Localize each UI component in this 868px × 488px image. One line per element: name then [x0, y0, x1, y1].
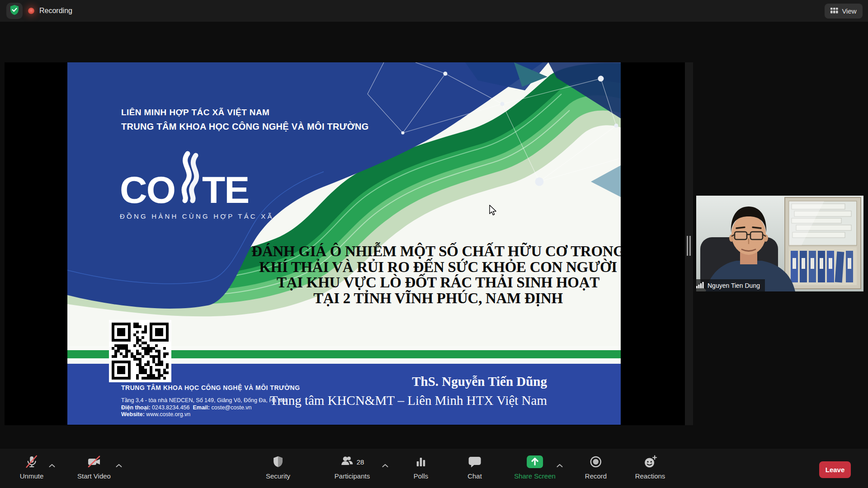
slide-author-block: ThS. Nguyễn Tiến Dũng Trung tâm KHCN&MT … — [270, 374, 547, 408]
chat-label: Chat — [467, 472, 482, 480]
share-screen-icon — [526, 454, 543, 469]
coste-flame-icon — [176, 151, 201, 205]
meeting-topbar: Recording View — [0, 0, 868, 22]
polls-label: Polls — [414, 472, 429, 480]
coste-logo-left: CO — [120, 175, 175, 205]
mouse-cursor — [488, 205, 498, 218]
slide-org-header: LIÊN MINH HỢP TÁC XÃ VIỆT NAM TRUNG TÂM … — [121, 108, 369, 132]
participant-video-frame — [693, 196, 863, 291]
participant-video-tile[interactable]: Nguyen Tien Dung — [693, 196, 863, 291]
slide-title-line: TẠI 2 TỈNH VĨNH PHÚC, NAM ĐỊNH — [239, 291, 621, 306]
video-options-chevron[interactable] — [114, 460, 124, 471]
polls-button[interactable]: Polls — [414, 454, 429, 480]
presentation-slide: LIÊN MINH HỢP TÁC XÃ VIỆT NAM TRUNG TÂM … — [67, 62, 621, 425]
panel-resize-handle[interactable] — [685, 62, 693, 425]
recording-indicator: Recording — [28, 0, 72, 22]
unmute-label: Unmute — [20, 472, 44, 480]
mic-muted-icon — [24, 454, 39, 469]
slide-title: ĐÁNH GIÁ Ô NHIỄM MỘT SỐ CHẤT HỮU CƠ TRON… — [239, 244, 621, 306]
qr-code — [109, 320, 171, 382]
view-grid-icon — [830, 7, 838, 15]
phone-label: Điện thoại: — [121, 404, 151, 411]
shared-screen: LIÊN MINH HỢP TÁC XÃ VIỆT NAM TRUNG TÂM … — [5, 62, 685, 425]
meeting-toolbar: Unmute Start Video — [0, 449, 868, 488]
org-line-2: TRUNG TÂM KHOA HỌC CÔNG NGHỆ VÀ MÔI TRƯỜ… — [121, 122, 369, 132]
unmute-button[interactable]: Unmute — [20, 454, 44, 480]
share-screen-label: Share Screen — [514, 472, 556, 480]
share-options-chevron[interactable] — [555, 460, 565, 471]
reactions-label: Reactions — [635, 472, 665, 480]
camera-muted-icon — [86, 454, 102, 469]
coste-tagline: ĐỒNG HÀNH CÙNG HỢP TÁC XÃ — [120, 212, 274, 220]
view-button-label: View — [842, 7, 856, 15]
participants-button[interactable]: 28 Participants — [335, 454, 370, 480]
author-organization: Trung tâm KHCN&MT – Liên Minh HTX Việt N… — [270, 393, 547, 408]
email-label: Email: — [193, 404, 210, 411]
start-video-button[interactable]: Start Video — [77, 454, 111, 480]
slide-title-line: TẠI KHU VỰC LÒ ĐỐT RÁC THẢI SINH HOẠT — [239, 275, 621, 291]
security-label: Security — [266, 472, 290, 480]
contact-website: Website: www.coste.org.vn — [121, 411, 300, 418]
start-video-label: Start Video — [77, 472, 111, 480]
recording-dot-icon — [28, 8, 34, 14]
chat-bubble-icon — [468, 454, 481, 469]
phone-value: 0243.8234.456 — [152, 404, 189, 411]
meeting-stage: LIÊN MINH HỢP TÁC XÃ VIỆT NAM TRUNG TÂM … — [0, 22, 868, 449]
connection-signal-icon — [696, 281, 704, 290]
qr-code-canvas — [112, 323, 169, 380]
record-button[interactable]: Record — [585, 454, 607, 480]
coste-logo: CO TE ĐỒNG HÀNH CÙNG HỢP TÁC XÃ — [120, 151, 274, 220]
slide-title-line: KHÍ THẢI VÀ RỦI RO ĐẾN SỨC KHỎE CON NGƯỜ… — [239, 259, 621, 275]
reactions-smiley-icon — [643, 454, 657, 469]
cabinet-illustration — [785, 197, 861, 289]
security-shield-icon — [272, 454, 284, 469]
leave-button[interactable]: Leave — [819, 461, 851, 478]
record-label: Record — [585, 472, 607, 480]
audio-options-chevron[interactable] — [47, 460, 57, 471]
polls-bar-chart-icon — [415, 454, 427, 469]
author-name: ThS. Nguyễn Tiến Dũng — [270, 374, 547, 389]
coste-logo-right: TE — [202, 175, 249, 205]
email-value: coste@coste.vn — [211, 404, 251, 411]
chat-button[interactable]: Chat — [467, 454, 482, 480]
share-screen-button[interactable]: Share Screen — [514, 454, 556, 480]
participants-label: Participants — [335, 472, 370, 480]
participants-options-chevron[interactable] — [380, 460, 391, 471]
participants-people-icon — [340, 455, 354, 469]
recording-label: Recording — [39, 7, 72, 15]
record-circle-icon — [589, 454, 603, 469]
website-label: Website: — [121, 411, 145, 418]
website-value: www.coste.org.vn — [146, 411, 190, 418]
security-button[interactable]: Security — [266, 454, 290, 480]
slide-title-line: ĐÁNH GIÁ Ô NHIỄM MỘT SỐ CHẤT HỮU CƠ TRON… — [239, 244, 621, 259]
zoom-meeting-window: Recording View — [0, 0, 868, 488]
view-button[interactable]: View — [825, 4, 863, 19]
security-shield-check-icon — [9, 5, 19, 17]
participant-name-tag: Nguyen Tien Dung — [693, 279, 765, 291]
meeting-info-button[interactable] — [6, 3, 23, 19]
participant-name: Nguyen Tien Dung — [708, 282, 760, 289]
reactions-button[interactable]: Reactions — [635, 454, 665, 480]
participants-count: 28 — [357, 458, 364, 466]
org-line-1: LIÊN MINH HỢP TÁC XÃ VIỆT NAM — [121, 108, 369, 117]
